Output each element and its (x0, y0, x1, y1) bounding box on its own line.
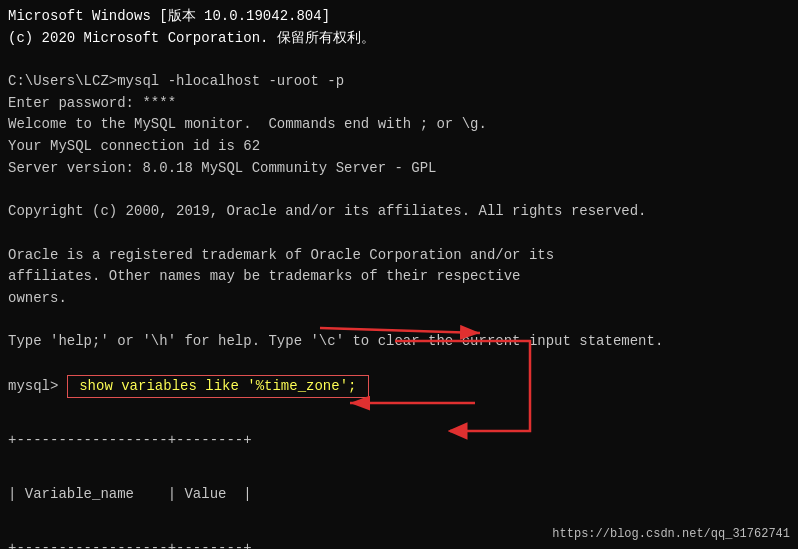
prompt-1: mysql> (8, 376, 67, 398)
line-4: C:\Users\LCZ>mysql -hlocalhost -uroot -p (8, 71, 790, 93)
line-14: owners. (8, 288, 790, 310)
line-10: Copyright (c) 2000, 2019, Oracle and/or … (8, 201, 790, 223)
line-8: Server version: 8.0.18 MySQL Community S… (8, 158, 790, 180)
line-15 (8, 310, 790, 332)
table-border-1: +------------------+--------+ (8, 430, 790, 452)
line-17 (8, 353, 790, 375)
command-box: show variables like '%time_zone'; (67, 375, 369, 399)
table-header: | Variable_name | Value | (8, 484, 790, 506)
terminal: Microsoft Windows [版本 10.0.19042.804] (c… (0, 0, 798, 549)
line-2: (c) 2020 Microsoft Corporation. 保留所有权利。 (8, 28, 790, 50)
line-16: Type 'help;' or '\h' for help. Type '\c'… (8, 331, 790, 353)
line-6: Welcome to the MySQL monitor. Commands e… (8, 114, 790, 136)
line-7: Your MySQL connection id is 62 (8, 136, 790, 158)
line-1: Microsoft Windows [版本 10.0.19042.804] (8, 6, 790, 28)
line-12: Oracle is a registered trademark of Orac… (8, 245, 790, 267)
line-3 (8, 49, 790, 71)
line-5: Enter password: **** (8, 93, 790, 115)
line-11 (8, 223, 790, 245)
line-9 (8, 180, 790, 202)
watermark: https://blog.csdn.net/qq_31762741 (552, 527, 790, 541)
command-line: mysql> show variables like '%time_zone'; (8, 375, 790, 399)
line-13: affiliates. Other names may be trademark… (8, 266, 790, 288)
